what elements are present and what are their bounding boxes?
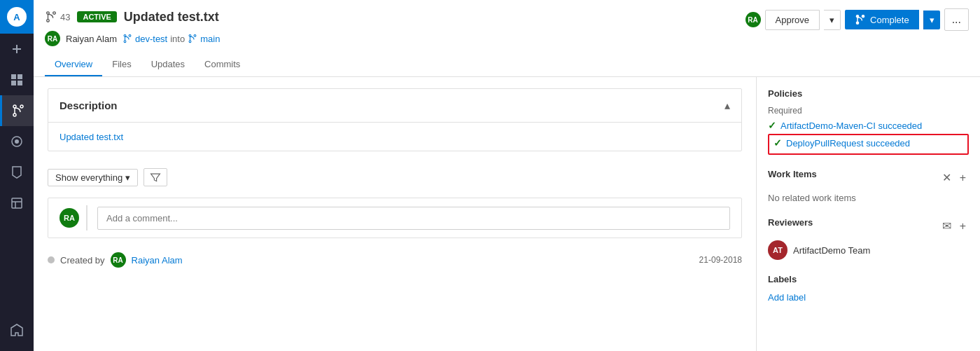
work-items-close-button[interactable]: ✕ bbox=[939, 171, 954, 184]
header: 43 ACTIVE Updated test.txt RA Approve ▾ bbox=[34, 0, 980, 77]
work-items-add-button[interactable]: + bbox=[957, 171, 969, 184]
reviewer-item-1: AT ArtifactDemo Team bbox=[768, 240, 969, 260]
branch-to-link[interactable]: main bbox=[200, 34, 220, 44]
svg-point-6 bbox=[20, 105, 23, 108]
policies-title: Policies bbox=[768, 88, 969, 99]
branch-into-text: into bbox=[170, 34, 185, 44]
reviewers-add-button[interactable]: + bbox=[957, 219, 969, 233]
sidebar: A bbox=[0, 0, 34, 351]
pr-icon-number: 43 bbox=[45, 11, 70, 23]
work-items-header: Work Items ✕ + bbox=[768, 169, 969, 186]
description-header: Description ▴ bbox=[48, 89, 741, 123]
sidebar-top: A bbox=[0, 0, 34, 34]
header-top-row: 43 ACTIVE Updated test.txt RA Approve ▾ bbox=[45, 8, 969, 31]
approve-user-avatar: RA bbox=[746, 12, 761, 27]
creator-avatar: RA bbox=[111, 252, 126, 268]
tab-updates[interactable]: Updates bbox=[141, 53, 195, 76]
more-options-button[interactable]: ... bbox=[944, 8, 969, 31]
complete-button[interactable]: Complete bbox=[845, 10, 919, 29]
right-panel: Policies Required ✓ ArtifactDemo-Maven-C… bbox=[756, 77, 980, 351]
policy-item-2: ✓ DeployPullRequest succeeded bbox=[774, 137, 963, 149]
funnel-icon bbox=[150, 172, 161, 183]
sidebar-icon-test[interactable] bbox=[0, 157, 34, 188]
sidebar-icon-boards[interactable] bbox=[0, 64, 34, 95]
header-actions: RA Approve ▾ Complete ▾ bbox=[746, 8, 969, 31]
sidebar-icon-artifacts[interactable] bbox=[0, 188, 34, 219]
labels-title: Labels bbox=[768, 274, 969, 284]
svg-point-21 bbox=[194, 34, 196, 36]
policy-link-1[interactable]: ArtifactDemo-Maven-CI succeeded bbox=[780, 121, 922, 131]
comment-input-area: RA bbox=[48, 198, 742, 238]
pr-branch-icon bbox=[45, 11, 57, 23]
author-avatar: RA bbox=[45, 31, 60, 46]
comment-toolbar: Show everything ▾ bbox=[48, 163, 742, 192]
pr-status-badge: ACTIVE bbox=[77, 11, 116, 22]
svg-point-12 bbox=[53, 12, 56, 15]
reviewers-actions: ✉ + bbox=[939, 219, 969, 233]
reviewer-name-1: ArtifactDemo Team bbox=[793, 245, 870, 256]
user-avatar[interactable]: A bbox=[7, 7, 27, 27]
add-label-link[interactable]: Add label bbox=[768, 292, 806, 303]
svg-rect-3 bbox=[18, 81, 22, 85]
tab-files[interactable]: Files bbox=[102, 53, 141, 76]
work-items-empty: No related work items bbox=[768, 193, 856, 203]
approve-button[interactable]: Approve bbox=[765, 10, 820, 30]
work-items-section: Work Items ✕ + No related work items bbox=[768, 169, 969, 203]
approve-dropdown-button[interactable]: ▾ bbox=[824, 10, 841, 30]
filter-icon-button[interactable] bbox=[144, 168, 167, 186]
labels-section: Labels Add label bbox=[768, 274, 969, 303]
body-wrapper: Description ▴ Updated test.txt Show ever… bbox=[34, 77, 980, 351]
created-by-row: Created by RA Raiyan Alam 21-09-2018 bbox=[48, 249, 742, 270]
branch-info: dev-test into main bbox=[122, 34, 220, 44]
reviewers-mail-button[interactable]: ✉ bbox=[939, 219, 954, 233]
description-collapse-button[interactable]: ▴ bbox=[724, 99, 730, 112]
reviewer-avatar-1: AT bbox=[768, 240, 788, 260]
reviewers-title: Reviewers bbox=[768, 217, 813, 228]
pr-number: 43 bbox=[60, 12, 70, 22]
complete-dropdown-button[interactable]: ▾ bbox=[923, 11, 940, 29]
filter-chevron-icon: ▾ bbox=[125, 172, 130, 183]
policy-highlighted-container: ✓ DeployPullRequest succeeded bbox=[768, 134, 969, 155]
policies-section: Policies Required ✓ ArtifactDemo-Maven-C… bbox=[768, 88, 969, 155]
svg-point-14 bbox=[856, 22, 858, 24]
sidebar-icon-repos[interactable] bbox=[0, 95, 34, 126]
sidebar-icon-extensions[interactable] bbox=[0, 315, 34, 345]
svg-point-11 bbox=[47, 20, 50, 22]
creator-name-link[interactable]: Raiyan Alam bbox=[132, 255, 183, 266]
filter-dropdown-button[interactable]: Show everything ▾ bbox=[48, 169, 138, 186]
svg-rect-2 bbox=[11, 81, 16, 85]
chevron-up-icon: ▴ bbox=[724, 99, 730, 111]
timeline-dot bbox=[48, 256, 55, 263]
created-date: 21-09-2018 bbox=[699, 255, 742, 265]
author-name: Raiyan Alam bbox=[66, 34, 117, 44]
created-by-label: Created by bbox=[60, 255, 105, 266]
main-content: 43 ACTIVE Updated test.txt RA Approve ▾ bbox=[34, 0, 980, 351]
comment-divider bbox=[86, 205, 88, 230]
work-items-actions: ✕ + bbox=[939, 171, 969, 184]
svg-point-18 bbox=[129, 34, 131, 36]
tab-commits[interactable]: Commits bbox=[195, 53, 250, 76]
svg-point-8 bbox=[15, 139, 19, 144]
complete-merge-icon bbox=[855, 14, 866, 25]
left-panel: Description ▴ Updated test.txt Show ever… bbox=[34, 77, 756, 351]
policies-required-label: Required bbox=[768, 106, 969, 116]
commenter-avatar: RA bbox=[59, 208, 79, 228]
work-items-title: Work Items bbox=[768, 169, 817, 179]
tab-overview[interactable]: Overview bbox=[45, 53, 102, 76]
description-text: Updated test.txt bbox=[59, 132, 123, 142]
svg-rect-9 bbox=[12, 198, 22, 208]
policy-check-icon-1: ✓ bbox=[768, 120, 776, 131]
approve-chevron-icon: ▾ bbox=[830, 15, 834, 25]
branch-from-icon bbox=[122, 34, 132, 43]
pr-title: Updated test.txt bbox=[124, 10, 219, 25]
nav-tabs: Overview Files Updates Commits bbox=[45, 53, 969, 76]
reviewers-header: Reviewers ✉ + bbox=[768, 217, 969, 235]
branch-from-link[interactable]: dev-test bbox=[135, 34, 167, 44]
svg-point-5 bbox=[13, 113, 16, 116]
sidebar-add-button[interactable] bbox=[0, 34, 34, 64]
sidebar-icon-pipelines[interactable] bbox=[0, 126, 34, 157]
branch-to-icon bbox=[188, 34, 197, 43]
comment-input[interactable] bbox=[97, 207, 730, 230]
pr-branch-info: RA Raiyan Alam dev-test into main bbox=[45, 31, 969, 46]
policy-link-2[interactable]: DeployPullRequest succeeded bbox=[786, 138, 910, 149]
